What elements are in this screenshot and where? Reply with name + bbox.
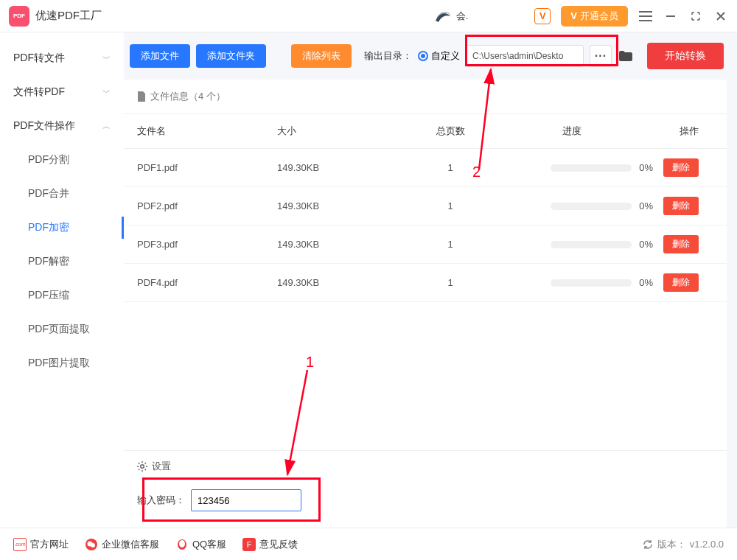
cell-size: 149.30KB bbox=[277, 277, 410, 288]
vip-icon: V bbox=[570, 10, 577, 21]
delete-button[interactable]: 删除 bbox=[663, 158, 699, 177]
table-row: PDF3.pdf149.30KB10%删除 bbox=[124, 225, 727, 264]
footer-version: 版本： v1.2.0.0 bbox=[642, 538, 724, 551]
delete-button[interactable]: 删除 bbox=[663, 235, 699, 253]
table-row: PDF1.pdf149.30KB10%删除 bbox=[124, 149, 727, 187]
footer: .com 官方网址 企业微信客服 QQ客服 F 意见反馈 版本： v1.2.0.… bbox=[0, 528, 737, 560]
start-convert-button[interactable]: 开始转换 bbox=[647, 43, 724, 69]
titlebar-user-hint[interactable]: 会. bbox=[434, 9, 469, 24]
sidebar-group-pdf-to-file[interactable]: PDF转文件﹀ bbox=[0, 41, 124, 75]
col-name: 文件名 bbox=[137, 125, 277, 138]
sidebar-item-decrypt[interactable]: PDF解密 bbox=[0, 245, 124, 279]
col-size: 大小 bbox=[277, 125, 410, 138]
radio-checked-icon bbox=[418, 51, 428, 61]
cell-progress: 0% bbox=[491, 239, 653, 250]
svg-point-5 bbox=[179, 540, 185, 547]
cell-name: PDF1.pdf bbox=[137, 162, 277, 173]
progress-bar bbox=[551, 279, 632, 287]
output-mode-radio[interactable]: 自定义 bbox=[418, 49, 460, 63]
delete-button[interactable]: 删除 bbox=[663, 197, 699, 215]
cell-name: PDF4.pdf bbox=[137, 277, 277, 288]
cell-pages: 1 bbox=[410, 277, 491, 288]
cell-size: 149.30KB bbox=[277, 239, 410, 250]
cell-pages: 1 bbox=[410, 239, 491, 250]
password-input[interactable] bbox=[191, 489, 301, 511]
open-folder-icon[interactable] bbox=[618, 48, 634, 64]
settings-header: 设置 bbox=[124, 451, 727, 482]
swoosh-icon bbox=[434, 9, 452, 24]
progress-bar bbox=[551, 241, 632, 248]
table-row: PDF2.pdf149.30KB10%删除 bbox=[124, 187, 727, 225]
sidebar-item-encrypt[interactable]: PDF加密 bbox=[0, 211, 124, 245]
browse-path-button[interactable]: ··· bbox=[590, 45, 612, 67]
footer-wechat-support[interactable]: 企业微信客服 bbox=[85, 538, 159, 551]
add-folder-button[interactable]: 添加文件夹 bbox=[196, 44, 266, 68]
chevron-down-icon: ﹀ bbox=[102, 87, 111, 98]
globe-icon: .com bbox=[13, 538, 27, 551]
svg-point-0 bbox=[141, 465, 144, 469]
delete-button[interactable]: 删除 bbox=[663, 273, 699, 292]
toolbar: 添加文件 添加文件夹 清除列表 输出目录： 自定义 ··· 开始转换 bbox=[124, 43, 727, 80]
wechat-icon bbox=[85, 538, 98, 551]
title-bar: PDF 优速PDF工厂 会. V V 开通会员 bbox=[0, 0, 737, 32]
footer-official-site[interactable]: .com 官方网址 bbox=[13, 538, 69, 551]
sidebar-item-merge[interactable]: PDF合并 bbox=[0, 177, 124, 211]
cell-progress: 0% bbox=[491, 162, 653, 173]
col-progress: 进度 bbox=[491, 125, 653, 138]
maximize-button[interactable] bbox=[688, 9, 703, 24]
gear-icon bbox=[137, 461, 147, 472]
footer-qq-support[interactable]: QQ客服 bbox=[175, 538, 226, 551]
sidebar-group-pdf-ops[interactable]: PDF文件操作︿ bbox=[0, 109, 124, 143]
app-title: 优速PDF工厂 bbox=[35, 9, 102, 23]
open-vip-button[interactable]: V 开通会员 bbox=[561, 6, 628, 27]
vip-badge-icon[interactable]: V bbox=[534, 8, 551, 24]
content-area: 添加文件 添加文件夹 清除列表 输出目录： 自定义 ··· 开始转换 文件信息（… bbox=[124, 32, 737, 528]
cell-name: PDF2.pdf bbox=[137, 200, 277, 211]
file-panel: 文件信息（4 个） 文件名 大小 总页数 进度 操作 PDF1.pdf149.3… bbox=[124, 80, 727, 528]
progress-bar bbox=[551, 203, 632, 210]
minimize-button[interactable] bbox=[663, 9, 678, 24]
cell-name: PDF3.pdf bbox=[137, 239, 277, 250]
svg-point-3 bbox=[91, 543, 95, 547]
cell-pages: 1 bbox=[410, 200, 491, 211]
output-dir-label: 输出目录： bbox=[364, 49, 412, 63]
col-action: 操作 bbox=[653, 125, 713, 138]
settings-panel: 设置 输入密码： bbox=[124, 450, 727, 528]
sidebar: PDF转文件﹀ 文件转PDF﹀ PDF文件操作︿ PDF分割 PDF合并 PDF… bbox=[0, 32, 124, 528]
sidebar-item-extract-images[interactable]: PDF图片提取 bbox=[0, 346, 124, 380]
file-icon bbox=[137, 91, 146, 102]
output-path-input[interactable] bbox=[466, 45, 584, 67]
feedback-icon: F bbox=[242, 538, 256, 551]
qq-icon bbox=[175, 538, 189, 551]
clear-list-button[interactable]: 清除列表 bbox=[291, 44, 352, 68]
table-row: PDF4.pdf149.30KB10%删除 bbox=[124, 264, 727, 302]
table-header-row: 文件名 大小 总页数 进度 操作 bbox=[124, 114, 727, 149]
chevron-up-icon: ︿ bbox=[102, 121, 111, 132]
cell-progress: 0% bbox=[491, 200, 653, 211]
sidebar-item-extract-pages[interactable]: PDF页面提取 bbox=[0, 312, 124, 346]
add-file-button[interactable]: 添加文件 bbox=[130, 44, 190, 68]
password-label: 输入密码： bbox=[137, 494, 185, 507]
col-pages: 总页数 bbox=[410, 125, 491, 138]
chevron-down-icon: ﹀ bbox=[102, 53, 111, 64]
app-logo-icon: PDF bbox=[9, 6, 29, 27]
sidebar-item-compress[interactable]: PDF压缩 bbox=[0, 279, 124, 312]
cell-progress: 0% bbox=[491, 277, 653, 288]
file-info-header: 文件信息（4 个） bbox=[124, 80, 727, 114]
sidebar-item-split[interactable]: PDF分割 bbox=[0, 143, 124, 177]
cell-pages: 1 bbox=[410, 162, 491, 173]
cell-size: 149.30KB bbox=[277, 162, 410, 173]
close-button[interactable] bbox=[713, 9, 728, 24]
refresh-icon[interactable] bbox=[642, 539, 654, 550]
menu-icon[interactable] bbox=[638, 9, 653, 24]
cell-size: 149.30KB bbox=[277, 200, 410, 211]
progress-bar bbox=[551, 164, 632, 172]
sidebar-group-file-to-pdf[interactable]: 文件转PDF﹀ bbox=[0, 75, 124, 109]
footer-feedback[interactable]: F 意见反馈 bbox=[242, 538, 298, 551]
